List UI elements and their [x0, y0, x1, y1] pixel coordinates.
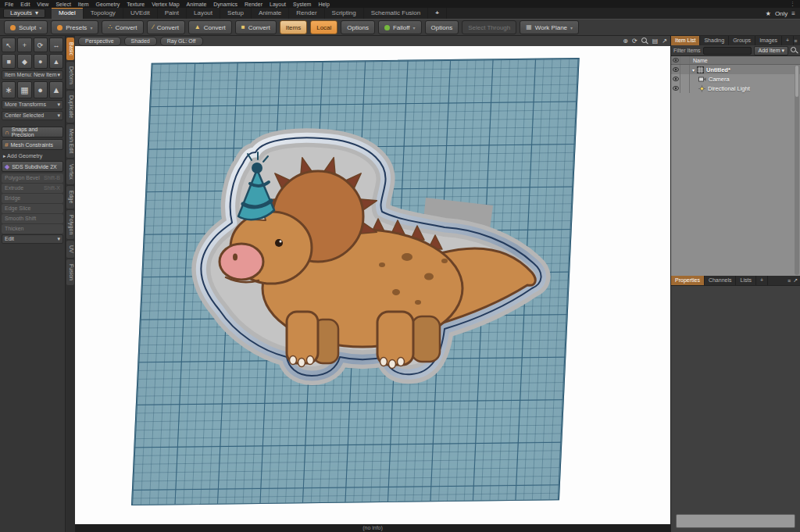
viewport-canvas[interactable]: [75, 46, 670, 524]
visibility-toggle[interactable]: [671, 65, 680, 74]
select-through-button[interactable]: Select Through: [462, 20, 516, 34]
tab-properties[interactable]: Properties: [671, 276, 705, 285]
tab-topology[interactable]: Topology: [84, 8, 123, 19]
pan-icon[interactable]: ⊕: [623, 37, 628, 45]
sphere-primitive-button[interactable]: ●: [34, 81, 48, 98]
transform-tool-button[interactable]: ↖: [2, 37, 16, 52]
rotate-tool-button[interactable]: ⟳: [34, 37, 48, 52]
tab-setup[interactable]: Setup: [220, 8, 252, 19]
vtab-basic[interactable]: Basic: [66, 37, 74, 60]
vtab-vertex[interactable]: Vertex: [66, 159, 74, 184]
convert-vertices-button[interactable]: ∴ Convert: [102, 20, 143, 34]
starred-only-label[interactable]: Only: [775, 10, 788, 17]
tab-layout[interactable]: Layout: [187, 8, 220, 19]
panel-menu-icon[interactable]: ≡: [794, 38, 797, 44]
axis-primitive-button[interactable]: ∗: [2, 81, 16, 98]
panel-menu-icon[interactable]: ≡: [788, 278, 791, 284]
item-list-scrollbar[interactable]: [795, 65, 799, 275]
expander-icon[interactable]: ▾: [692, 67, 695, 73]
tool-polygon-bevel-button[interactable]: Polygon Bevel Shift-B: [2, 173, 63, 183]
visibility-toggle[interactable]: [671, 84, 680, 93]
tool-smooth-shift-button[interactable]: Smooth Shift: [2, 214, 63, 223]
menu-select[interactable]: Select: [55, 2, 70, 7]
local-button[interactable]: Local: [310, 20, 338, 34]
options-button-1[interactable]: Options: [341, 20, 375, 34]
tool-extrude-button[interactable]: Extrude Shift-X: [2, 184, 63, 193]
tab-channels[interactable]: Channels: [705, 276, 737, 285]
work-plane-button[interactable]: ▦ Work Plane ▾: [520, 20, 579, 34]
element-scale-button[interactable]: ●: [34, 54, 48, 69]
stats-icon[interactable]: ▤: [652, 37, 659, 45]
tab-paint[interactable]: Paint: [158, 8, 187, 19]
menu-geometry[interactable]: Geometry: [95, 2, 120, 7]
cone-primitive-button[interactable]: ▲: [49, 81, 63, 98]
item-row-directional-light[interactable]: Directional Light: [671, 84, 800, 93]
menu-dynamics[interactable]: Dynamics: [213, 2, 238, 7]
menu-file[interactable]: File: [5, 2, 13, 7]
plane-primitive-button[interactable]: ▦: [17, 81, 31, 98]
menu-animate[interactable]: Animate: [187, 2, 207, 7]
options-button-2[interactable]: Options: [425, 20, 459, 34]
falloff-button[interactable]: Falloff ▾: [378, 20, 422, 34]
edit-dropdown[interactable]: Edit ▾: [2, 234, 63, 244]
tab-groups[interactable]: Groups: [729, 36, 755, 45]
add-layout-tab-button[interactable]: +: [428, 8, 447, 19]
vtab-mesh-edit[interactable]: Mesh Edit: [66, 124, 74, 158]
tab-shading[interactable]: Shading: [700, 36, 729, 45]
mesh-constraints-button[interactable]: # Mesh Constraints: [2, 139, 63, 150]
vtab-uv[interactable]: UV: [66, 241, 74, 258]
add-item-button[interactable]: Add Item ▾: [754, 46, 788, 55]
shading-mode-dropdown[interactable]: Shaded: [124, 37, 157, 46]
vtab-deform[interactable]: Deform: [66, 62, 74, 89]
zoom-icon[interactable]: [641, 37, 648, 45]
convert-polygons-button[interactable]: ▲ Convert: [188, 20, 232, 34]
star-icon[interactable]: ★: [766, 10, 771, 17]
vtab-fusion[interactable]: Fusion: [66, 259, 74, 285]
element-rotate-button[interactable]: ◆: [17, 54, 31, 69]
tab-animate[interactable]: Animate: [252, 8, 289, 19]
maximize-icon[interactable]: ↗: [662, 37, 667, 45]
add-panel-tab-button[interactable]: +: [782, 36, 794, 45]
filter-input[interactable]: [703, 47, 752, 55]
items-mode-button[interactable]: Items: [280, 20, 308, 34]
item-row-camera[interactable]: Camera: [671, 74, 800, 84]
menu-render[interactable]: Render: [245, 2, 262, 7]
center-selected-dropdown[interactable]: Center Selected ▾: [2, 111, 63, 120]
tab-item-list[interactable]: Item List: [671, 36, 700, 45]
menu-system[interactable]: System: [293, 2, 311, 7]
vtab-polygon[interactable]: Polygon: [66, 210, 74, 239]
layouts-button[interactable]: Layouts ▾: [3, 9, 45, 18]
snaps-precision-button[interactable]: ∩ Snaps and Precision: [2, 127, 63, 137]
vtab-edge[interactable]: Edge: [66, 186, 74, 208]
item-menu-dropdown[interactable]: Item Menu: New Item ▾: [2, 70, 63, 80]
scale-tool-button[interactable]: ↔: [49, 37, 63, 52]
more-transforms-dropdown[interactable]: More Transforms ▾: [2, 100, 63, 109]
element-push-button[interactable]: ▲: [49, 54, 63, 69]
tab-scripting[interactable]: Scripting: [325, 8, 364, 19]
raygl-dropdown[interactable]: Ray GL: Off: [160, 37, 203, 46]
tab-lists[interactable]: Lists: [736, 276, 755, 285]
cookie-cutter-model[interactable]: [187, 124, 554, 405]
lock-toggle[interactable]: [680, 65, 690, 74]
menu-view[interactable]: View: [37, 2, 48, 7]
menu-vertex-map[interactable]: Vertex Map: [152, 2, 179, 7]
add-lower-tab-button[interactable]: +: [756, 276, 768, 285]
lock-toggle[interactable]: [680, 74, 690, 84]
search-icon[interactable]: [791, 47, 798, 54]
tab-render[interactable]: Render: [289, 8, 324, 19]
tool-bridge-button[interactable]: Bridge: [2, 194, 63, 203]
presets-button[interactable]: Presets ▾: [51, 20, 98, 34]
menu-help[interactable]: Help: [318, 2, 329, 7]
menu-texture[interactable]: Texture: [127, 2, 145, 7]
menu-item[interactable]: Item: [78, 2, 89, 7]
sculpt-button[interactable]: Sculpt ▾: [4, 20, 48, 34]
convert-items-button[interactable]: ■ Convert: [235, 20, 277, 34]
menubar-overflow-icon[interactable]: ⋮: [790, 1, 795, 7]
lock-toggle[interactable]: [680, 84, 690, 93]
visibility-toggle[interactable]: [671, 74, 680, 84]
item-row-untitled[interactable]: ▾ Untitled*: [671, 65, 800, 74]
tool-edge-slice-button[interactable]: Edge Slice: [2, 204, 63, 213]
menu-layout[interactable]: Layout: [270, 2, 286, 7]
move-tool-button[interactable]: +: [17, 37, 31, 52]
tab-uvedit[interactable]: UVEdit: [123, 8, 158, 19]
